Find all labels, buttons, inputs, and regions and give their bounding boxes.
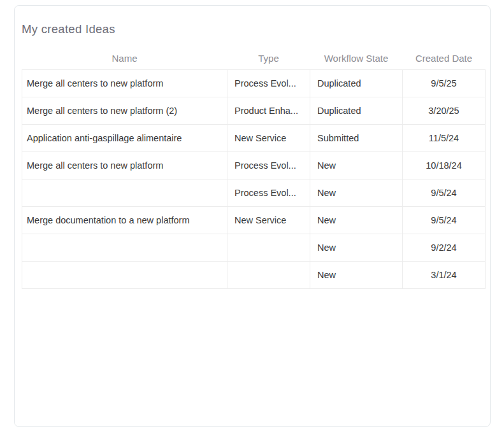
column-header-name: Name bbox=[22, 36, 227, 70]
workflow-state-cell: Duplicated bbox=[310, 97, 403, 125]
table-row[interactable]: New3/1/24 bbox=[22, 262, 486, 289]
table-row[interactable]: Merge all centers to new platform (2)Pro… bbox=[22, 97, 486, 125]
name-cell bbox=[22, 234, 227, 262]
type-cell bbox=[227, 234, 310, 262]
created-date-cell: 9/2/24 bbox=[403, 234, 486, 262]
created-date-cell: 3/1/24 bbox=[403, 262, 486, 289]
type-cell: New Service bbox=[227, 207, 310, 234]
ideas-table: Name Type Workflow State Created Date Me… bbox=[22, 36, 486, 289]
workflow-state-cell: Duplicated bbox=[310, 70, 403, 97]
workflow-state-cell: Submitted bbox=[310, 125, 403, 152]
workflow-state-cell: New bbox=[310, 234, 403, 262]
name-cell bbox=[22, 179, 227, 207]
type-cell: Product Enha... bbox=[227, 97, 310, 125]
ideas-table-wrapper: Name Type Workflow State Created Date Me… bbox=[22, 36, 485, 289]
ideas-table-body: Merge all centers to new platformProcess… bbox=[22, 70, 486, 289]
name-cell: Merge all centers to new platform bbox=[22, 70, 227, 97]
name-cell: Application anti-gaspillage alimentaire bbox=[22, 125, 227, 152]
created-date-cell: 3/20/25 bbox=[403, 97, 486, 125]
type-cell bbox=[227, 262, 310, 289]
workflow-state-cell: New bbox=[310, 152, 403, 179]
workflow-state-cell: New bbox=[310, 262, 403, 289]
table-row[interactable]: Merge all centers to new platformProcess… bbox=[22, 152, 486, 179]
type-cell: Process Evol... bbox=[227, 179, 310, 207]
created-date-cell: 9/5/24 bbox=[403, 207, 486, 234]
table-row[interactable]: Application anti-gaspillage alimentaireN… bbox=[22, 125, 486, 152]
name-cell: Merge all centers to new platform (2) bbox=[22, 97, 227, 125]
table-row[interactable]: New9/2/24 bbox=[22, 234, 486, 262]
table-row[interactable]: Merge all centers to new platformProcess… bbox=[22, 70, 486, 97]
name-cell: Merge all centers to new platform bbox=[22, 152, 227, 179]
created-date-cell: 11/5/24 bbox=[403, 125, 486, 152]
table-row[interactable]: Merge documentation to a new platformNew… bbox=[22, 207, 486, 234]
table-row[interactable]: Process Evol...New9/5/24 bbox=[22, 179, 486, 207]
created-date-cell: 10/18/24 bbox=[403, 152, 486, 179]
column-header-workflow-state: Workflow State bbox=[310, 36, 403, 70]
name-cell bbox=[22, 262, 227, 289]
workflow-state-cell: New bbox=[310, 207, 403, 234]
my-created-ideas-card: My created Ideas Name Type Workflow Stat… bbox=[14, 5, 491, 427]
type-cell: Process Evol... bbox=[227, 70, 310, 97]
card-title: My created Ideas bbox=[22, 22, 490, 36]
ideas-table-header: Name Type Workflow State Created Date bbox=[22, 36, 486, 70]
column-header-type: Type bbox=[227, 36, 310, 70]
type-cell: New Service bbox=[227, 125, 310, 152]
name-cell: Merge documentation to a new platform bbox=[22, 207, 227, 234]
created-date-cell: 9/5/24 bbox=[403, 179, 486, 207]
header-row: Name Type Workflow State Created Date bbox=[22, 36, 486, 70]
type-cell: Process Evol... bbox=[227, 152, 310, 179]
column-header-created-date: Created Date bbox=[403, 36, 486, 70]
workflow-state-cell: New bbox=[310, 179, 403, 207]
created-date-cell: 9/5/25 bbox=[403, 70, 486, 97]
